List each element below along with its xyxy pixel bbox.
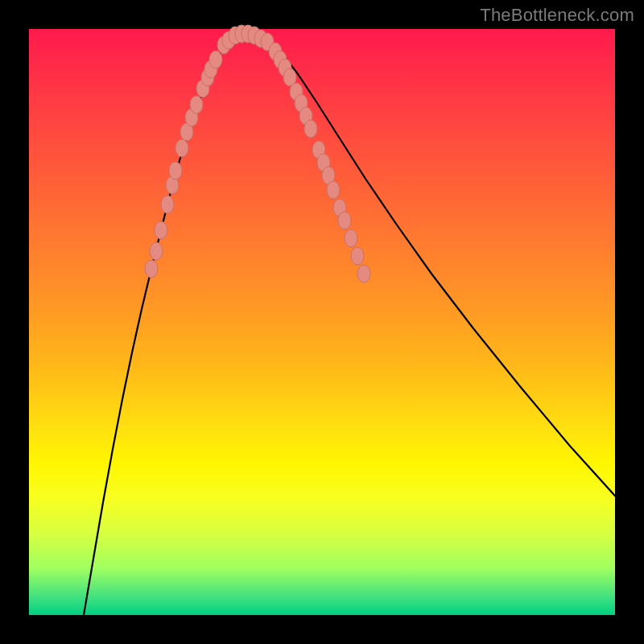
curve-marker: [150, 242, 163, 260]
curve-marker: [327, 181, 340, 199]
curve-markers: [145, 25, 370, 283]
bottleneck-curve: [84, 34, 615, 615]
curve-marker: [338, 212, 351, 229]
curve-marker: [304, 120, 317, 138]
curve-marker: [175, 139, 188, 157]
curve-marker: [357, 265, 370, 283]
curve-marker: [161, 196, 174, 213]
chart-frame: TheBottleneck.com: [0, 0, 644, 644]
curve-marker: [145, 260, 158, 278]
curve-marker: [345, 229, 357, 247]
curve-marker: [169, 162, 182, 180]
curve-marker: [190, 96, 203, 114]
plot-area: [29, 29, 615, 615]
curve-marker: [209, 51, 222, 68]
chart-svg: [29, 29, 615, 615]
curve-marker: [351, 247, 364, 265]
watermark-text: TheBottleneck.com: [480, 5, 634, 26]
curve-marker: [155, 221, 167, 239]
